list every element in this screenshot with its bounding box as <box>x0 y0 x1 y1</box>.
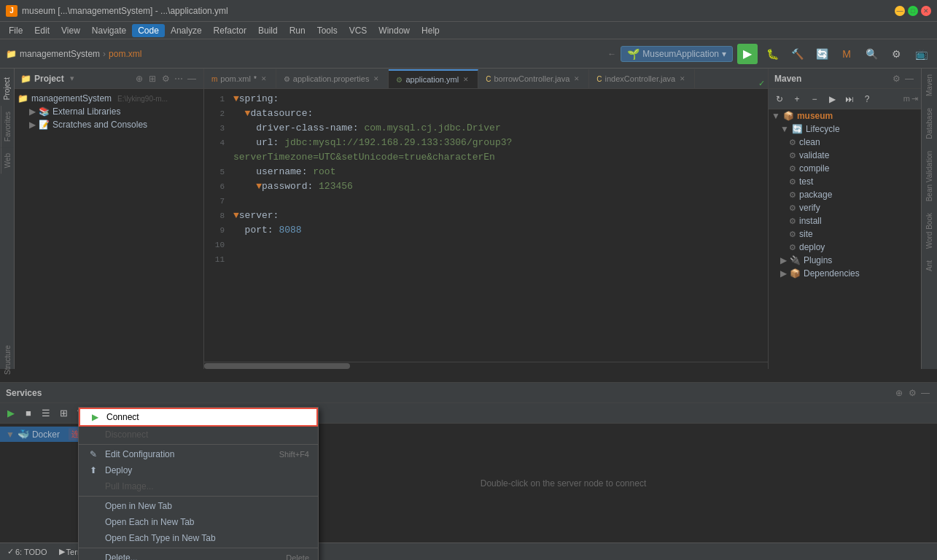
maven-clean[interactable]: ⚙ clean <box>769 136 921 149</box>
tab-app-yml-close[interactable]: ✕ <box>462 75 470 84</box>
close-button[interactable]: ✕ <box>921 6 931 16</box>
services-add-icon[interactable]: ⊕ <box>893 387 905 399</box>
tab-app-yml[interactable]: ⚙ application.yml ✕ <box>389 69 478 88</box>
maven-expand-icon[interactable]: ⇥ <box>911 94 918 104</box>
site-label: site <box>799 229 813 239</box>
sidebar-item-favorites[interactable]: Favorites <box>1 106 14 147</box>
ctx-deploy[interactable]: ⬆ Deploy <box>79 462 318 478</box>
maven-validate[interactable]: ⚙ validate <box>769 149 921 162</box>
tab-ant[interactable]: Ant <box>922 254 936 277</box>
panel-gear-icon[interactable]: ⋯ <box>173 73 184 85</box>
menu-vcs[interactable]: VCS <box>343 24 373 37</box>
menu-window[interactable]: Window <box>373 24 416 37</box>
pull-image-label: Pull Image... <box>105 481 154 491</box>
validate-label: validate <box>799 150 829 160</box>
tab-borrow-controller[interactable]: C borrowController.java ✕ <box>478 69 589 88</box>
maven-add[interactable]: + <box>789 91 805 107</box>
menu-navigate[interactable]: Navigate <box>86 24 132 37</box>
ctx-open-new-tab[interactable]: Open in New Tab <box>79 498 318 514</box>
maven-dependencies[interactable]: ▶ 📦 Dependencies <box>769 267 921 280</box>
maven-plugins[interactable]: ▶ 🔌 Plugins <box>769 254 921 267</box>
maven-root-item[interactable]: ▼ 📦 museum <box>769 109 921 122</box>
maven-compile[interactable]: ⚙ compile <box>769 162 921 175</box>
ctx-sep-1 <box>79 444 318 445</box>
ctx-edit-config[interactable]: ✎ Edit Configuration Shift+F4 <box>79 446 318 462</box>
tab-index-close[interactable]: ✕ <box>678 74 687 83</box>
toolbar-build[interactable]: 🔨 <box>787 44 807 64</box>
tab-bean-validation[interactable]: Bean Validation <box>922 145 936 207</box>
tab-word-book[interactable]: Word Book <box>922 207 936 254</box>
editor-content[interactable]: 1 ▼spring: 2 ▼datasource: 3 driver-class… <box>204 89 768 362</box>
tab-pom-close[interactable]: ✕ <box>260 74 268 83</box>
tab-app-props[interactable]: ⚙ application.properties ✕ <box>276 69 389 88</box>
maven-verify[interactable]: ⚙ verify <box>769 201 921 214</box>
menu-code[interactable]: Code <box>132 24 165 37</box>
tab-borrow-close[interactable]: ✕ <box>572 74 581 83</box>
tab-pom-label: pom.xml <box>220 74 251 83</box>
scrollbar-thumb[interactable] <box>204 363 350 369</box>
menu-build[interactable]: Build <box>252 24 284 37</box>
svc-run-btn[interactable]: ▶ <box>3 405 19 421</box>
editor-scrollbar[interactable] <box>204 362 768 369</box>
menu-analyze[interactable]: Analyze <box>165 24 208 37</box>
tab-database[interactable]: Database <box>922 102 936 145</box>
toolbar-terminal[interactable]: 📺 <box>911 44 931 64</box>
run-config-selector[interactable]: 🌱 MuseumApplication ▾ <box>621 46 733 62</box>
maven-run[interactable]: ▶ <box>824 91 840 107</box>
services-collapse-icon[interactable]: — <box>919 387 931 399</box>
maven-settings-icon[interactable]: ⚙ <box>890 73 902 85</box>
tab-index-controller[interactable]: C indexController.java ✕ <box>589 69 695 88</box>
tab-pom-xml[interactable]: m pom.xml * ✕ <box>204 69 276 88</box>
maven-skip-tests[interactable]: ⏭ <box>841 91 858 107</box>
menu-refactor[interactable]: Refactor <box>208 24 252 37</box>
tree-root[interactable]: 📁 managementSystem E:\lyking90-m... <box>15 92 203 105</box>
maven-site[interactable]: ⚙ site <box>769 228 921 241</box>
maven-refresh[interactable]: ↻ <box>771 91 788 107</box>
services-settings-icon[interactable]: ⚙ <box>906 387 918 399</box>
ctx-open-each-new-tab[interactable]: Open Each in New Tab <box>79 514 318 530</box>
back-button[interactable]: ← <box>607 49 616 59</box>
menu-help[interactable]: Help <box>416 24 446 37</box>
tab-app-props-close[interactable]: ✕ <box>372 74 381 83</box>
maven-deploy[interactable]: ⚙ deploy <box>769 241 921 254</box>
tree-scratches[interactable]: ▶ 📝 Scratches and Consoles <box>15 118 203 131</box>
toolbar-settings[interactable]: ⚙ <box>886 44 906 64</box>
menu-run[interactable]: Run <box>284 24 311 37</box>
menu-view[interactable]: View <box>55 24 86 37</box>
toolbar-search[interactable]: 🔍 <box>861 44 882 64</box>
menu-edit[interactable]: Edit <box>28 24 55 37</box>
sidebar-item-project[interactable]: Project <box>1 71 13 106</box>
ctx-delete[interactable]: Delete... Delete <box>79 550 318 560</box>
svc-list-btn[interactable]: ☰ <box>38 405 54 421</box>
ctx-connect[interactable]: ▶ Connect <box>79 408 318 427</box>
sidebar-item-web[interactable]: Web <box>1 147 14 174</box>
maximize-button[interactable]: □ <box>908 6 918 16</box>
svc-group-btn[interactable]: ⊞ <box>55 405 71 421</box>
panel-layout-icon[interactable]: ⊞ <box>147 73 158 85</box>
run-button[interactable]: ▶ <box>737 44 758 64</box>
structure-icon[interactable]: Structure <box>1 354 13 366</box>
maven-test[interactable]: ⚙ test <box>769 175 921 188</box>
maven-install[interactable]: ⚙ install <box>769 214 921 228</box>
toolbar-sync[interactable]: 🔄 <box>812 44 832 64</box>
panel-close-icon[interactable]: — <box>186 73 198 85</box>
tab-maven[interactable]: Maven <box>922 69 936 102</box>
menu-tools[interactable]: Tools <box>311 24 343 37</box>
maven-minus[interactable]: − <box>806 91 823 107</box>
panel-settings-icon[interactable]: ⚙ <box>160 73 171 85</box>
tree-external-libs[interactable]: ▶ 📚 External Libraries <box>15 105 203 118</box>
maven-collapse-icon[interactable]: — <box>903 73 915 85</box>
maven-lifecycle[interactable]: ▼ 🔄 Lifecycle <box>769 122 921 136</box>
ctx-open-each-type-new-tab[interactable]: Open Each Type in New Tab <box>79 530 318 546</box>
project-dropdown-icon[interactable]: ▾ <box>70 74 74 83</box>
panel-scope-icon[interactable]: ⊕ <box>133 73 145 85</box>
svc-stop-btn[interactable]: ■ <box>20 405 36 421</box>
debug-button[interactable]: 🐛 <box>762 44 782 64</box>
maven-m-icon[interactable]: m <box>903 94 910 104</box>
tab-todo[interactable]: ✓ 6: TODO <box>3 545 52 558</box>
toolbar-maven-icon[interactable]: M <box>836 44 857 64</box>
minimize-button[interactable]: — <box>895 6 905 16</box>
menu-file[interactable]: File <box>3 24 28 37</box>
maven-package[interactable]: ⚙ package <box>769 188 921 201</box>
maven-help[interactable]: ? <box>859 91 875 107</box>
